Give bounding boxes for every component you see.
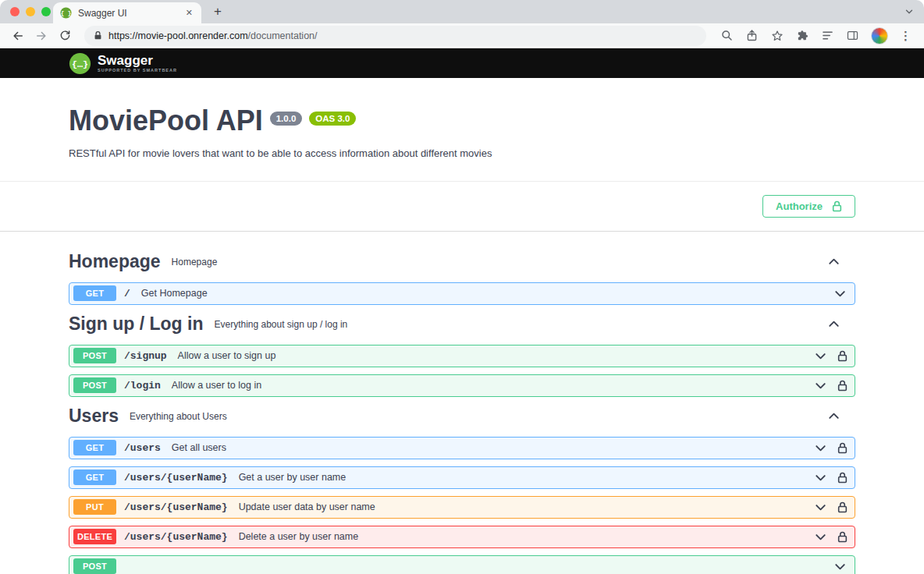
collapse-chevron-icon[interactable] [826,317,841,331]
side-panel-icon[interactable] [846,29,859,42]
bookmark-star-icon[interactable] [770,29,784,43]
scheme-container: Authorize [0,182,924,232]
operation-list: GET / Get Homepage [69,282,855,305]
section-header[interactable]: Users Everything about Users [69,405,855,428]
api-description: RESTful API for movie lovers that want t… [69,147,855,159]
operation-summary: Allow a user to log in [172,380,261,391]
lock-icon[interactable] [837,501,848,513]
expand-chevron-icon[interactable] [833,286,848,301]
swagger-logo[interactable]: {…} Swagger SUPPORTED BY SMARTBEAR [69,52,177,75]
extensions-puzzle-icon[interactable] [796,29,809,42]
operation-row[interactable]: POST /signup Allow a user to sign up [69,345,855,367]
authorize-button[interactable]: Authorize [762,195,855,218]
swagger-logo-subtext: SUPPORTED BY SMARTBEAR [98,68,177,73]
svg-text:{…}: {…} [72,59,88,70]
operation-summary: Get all users [172,442,226,453]
expand-chevron-icon[interactable] [833,559,848,574]
search-icon[interactable] [720,29,734,42]
collapse-chevron-icon[interactable] [826,254,841,269]
operation-summary: Update user data by user name [239,501,375,512]
method-badge: POST [73,377,116,393]
api-section: Homepage Homepage GET / Get Homepage [69,250,855,305]
toolbar-icons: ⋮ [716,27,916,44]
method-badge: PUT [73,499,116,515]
url-lock-icon[interactable] [94,30,102,41]
operation-summary: Get a user by user name [239,472,346,483]
operation-summary: Delete a user by user name [239,531,359,542]
lock-icon[interactable] [837,350,848,362]
tab-title: Swagger UI [78,8,178,19]
reload-button[interactable] [55,26,75,46]
operation-list: POST /signup Allow a user to sign up POS… [69,345,855,397]
version-badge: 1.0.0 [270,112,303,126]
section-description: Everything about sign up / log in [214,319,347,330]
window-close-button[interactable] [10,7,20,16]
expand-chevron-icon[interactable] [813,378,828,393]
lock-icon[interactable] [837,442,848,454]
expand-chevron-icon[interactable] [813,500,828,515]
expand-chevron-icon[interactable] [813,349,828,363]
operation-row[interactable]: POST /login Allow a user to log in [69,374,855,397]
swagger-logo-text: Swagger [98,54,177,68]
tab-search-chevron-icon[interactable] [904,6,915,17]
browser-menu-icon[interactable]: ⋮ [900,29,912,43]
browser-toolbar: https://movie-pool.onrender.com/document… [0,23,924,48]
lock-icon[interactable] [837,472,848,484]
method-badge: POST [73,348,116,363]
section-description: Homepage [172,257,218,268]
operation-path: /signup [124,350,167,362]
expand-chevron-icon[interactable] [813,441,828,455]
section-description: Everything about Users [130,411,227,422]
browser-tab-strip: { } Swagger UI ✕ + [0,0,924,23]
address-bar[interactable]: https://movie-pool.onrender.com/document… [84,26,706,46]
swagger-logo-icon: {…} [69,52,91,75]
api-sections: Homepage Homepage GET / Get Homepage Sig… [0,232,924,574]
operation-row[interactable]: GET / Get Homepage [69,282,855,305]
operation-row[interactable]: DELETE /users/{userName} Delete a user b… [69,526,855,548]
new-tab-button[interactable]: + [208,2,228,22]
operation-path: /users [124,442,161,454]
window-controls [10,7,51,16]
authorize-label: Authorize [776,200,823,212]
expand-chevron-icon[interactable] [813,530,828,544]
lock-icon[interactable] [837,531,848,543]
swagger-favicon-icon: { } [60,7,72,19]
operation-path: / [124,288,130,299]
operation-row[interactable]: GET /users/{userName} Get a user by user… [69,466,855,489]
oas-badge: OAS 3.0 [309,112,356,126]
expand-chevron-icon[interactable] [813,470,828,485]
method-badge: GET [73,285,116,301]
share-icon[interactable] [745,29,759,42]
swagger-topbar: {…} Swagger SUPPORTED BY SMARTBEAR [0,48,924,78]
profile-avatar[interactable] [871,27,888,44]
lock-icon[interactable] [837,380,848,392]
svg-text:{ }: { } [61,10,72,16]
operation-row[interactable]: GET /users Get all users [69,437,855,459]
operation-summary: Allow a user to sign up [178,350,276,361]
page-title: MoviePool API [69,106,263,136]
collapse-chevron-icon[interactable] [826,409,841,423]
operation-list: GET /users Get all users GET /users/{use… [69,437,855,574]
section-header[interactable]: Homepage Homepage [69,250,855,274]
window-minimize-button[interactable] [26,7,35,16]
window-zoom-button[interactable] [41,7,51,16]
method-badge: GET [73,440,116,455]
operation-summary: Get Homepage [141,288,208,299]
reading-list-icon[interactable] [821,29,834,42]
section-title: Users [69,406,119,427]
operation-path: /users/{userName} [124,531,228,543]
back-button[interactable] [8,26,28,46]
section-header[interactable]: Sign up / Log in Everything about sign u… [69,313,855,336]
browser-tab[interactable]: { } Swagger UI ✕ [53,2,201,23]
operation-row[interactable]: POST [69,555,855,574]
authorize-lock-icon [832,200,842,212]
method-badge: POST [73,558,116,574]
api-section: Users Everything about Users GET /users … [69,405,855,574]
tab-close-icon[interactable]: ✕ [184,7,194,19]
operation-row[interactable]: PUT /users/{userName} Update user data b… [69,496,855,519]
section-title: Sign up / Log in [69,314,203,335]
api-section: Sign up / Log in Everything about sign u… [69,313,855,397]
forward-button[interactable] [31,26,52,46]
api-info: MoviePool API 1.0.0 OAS 3.0 RESTful API … [0,78,924,182]
url-text: https://movie-pool.onrender.com/document… [108,30,318,41]
